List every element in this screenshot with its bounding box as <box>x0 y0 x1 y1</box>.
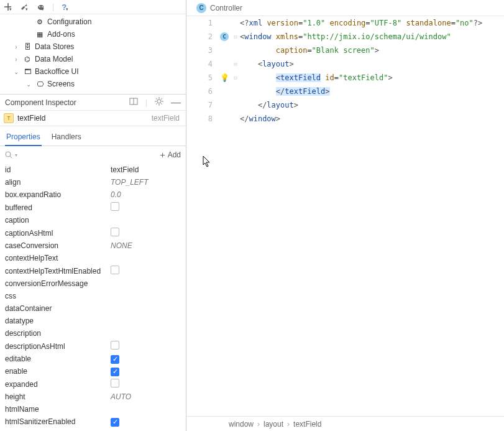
checkbox[interactable] <box>111 266 119 274</box>
add-button[interactable]: + Add <box>160 150 181 160</box>
property-name: htmlSanitizerEnabled <box>5 417 111 426</box>
controller-icon: C <box>196 3 206 13</box>
code-line-1[interactable]: <?xml version="1.0" encoding="UTF-8" sta… <box>240 16 504 30</box>
property-name: dataContainer <box>5 304 111 313</box>
inspector-tabs: PropertiesHandlers <box>0 126 186 146</box>
property-caseConversion[interactable]: caseConversionNONE <box>0 239 182 252</box>
checkbox[interactable] <box>111 355 119 364</box>
search-icon <box>5 151 12 159</box>
toolbar-divider: | <box>52 2 54 11</box>
code-line-5[interactable]: <textField id="textField"> <box>240 71 504 85</box>
tree-item-screens[interactable]: ⌄🖵Screens <box>0 78 186 90</box>
inspector-title: Component Inspector <box>5 98 76 107</box>
property-value: NONE <box>111 241 182 250</box>
property-enable[interactable]: enable <box>0 365 182 378</box>
checkbox[interactable] <box>111 379 119 387</box>
property-id[interactable]: idtextField <box>0 164 182 176</box>
property-css[interactable]: css <box>0 290 182 302</box>
tree-item-data-stores[interactable]: ›🗄Data Stores <box>0 40 186 53</box>
checkbox[interactable] <box>111 368 119 376</box>
class-marker-icon[interactable]: C <box>220 32 229 41</box>
code-line-4[interactable]: <layout> <box>240 57 504 71</box>
property-value: TOP_LEFT <box>111 178 182 187</box>
code-line-8[interactable]: </window> <box>240 112 504 126</box>
properties-list[interactable]: idtextFieldalignTOP_LEFTbox.expandRatio0… <box>0 164 186 431</box>
chevron-icon: ⌄ <box>25 80 32 88</box>
ui-icon: 🗔 <box>22 67 32 76</box>
code-line-6[interactable]: </textField> <box>240 85 504 98</box>
code-line-3[interactable]: caption="Blank screen"> <box>240 44 504 57</box>
left-panel: ▾ ▾ ▾ | ?▾ ⚙Configuration▦Add-ons›🗄Data … <box>0 0 186 431</box>
minimize-icon[interactable]: — <box>171 97 181 108</box>
component-inspector-header: Component Inspector | — <box>0 94 186 111</box>
breadcrumb-layout[interactable]: layout <box>263 420 283 429</box>
property-icon[interactable]: icon <box>0 428 182 431</box>
chevron-right-icon: › <box>287 420 290 429</box>
property-expanded[interactable]: expanded <box>0 378 182 391</box>
cfg-icon: ⚙ <box>35 17 45 27</box>
property-name: contextHelpText <box>5 254 111 262</box>
hint-bulb-icon[interactable]: 💡 <box>220 71 229 85</box>
gutter-icons: C💡 <box>218 16 231 416</box>
window-icon[interactable] <box>129 98 138 107</box>
property-box-expandRatio[interactable]: box.expandRatio0.0 <box>0 188 182 201</box>
breadcrumb-window[interactable]: window <box>229 420 254 429</box>
tree-item-add-ons[interactable]: ▦Add-ons <box>0 28 186 40</box>
property-conversionErrorMessage[interactable]: conversionErrorMessage <box>0 277 182 290</box>
chevron-icon <box>25 30 32 38</box>
plus-icon[interactable]: ▾ <box>4 2 14 12</box>
tree-label: Screens <box>47 80 75 88</box>
property-descriptionAsHtml[interactable]: descriptionAsHtml <box>0 340 182 353</box>
property-value: textField <box>111 165 182 174</box>
property-dataContainer[interactable]: dataContainer <box>0 302 182 315</box>
code-content[interactable]: <?xml version="1.0" encoding="UTF-8" sta… <box>240 16 504 416</box>
code-line-7[interactable]: </layout> <box>240 98 504 112</box>
property-contextHelpTextHtmlEnabled[interactable]: contextHelpTextHtmlEnabled <box>0 264 182 277</box>
property-editable[interactable]: editable <box>0 353 182 365</box>
dm-icon: ⌬ <box>22 54 32 64</box>
inspector-object-row[interactable]: T textField textField <box>0 111 186 126</box>
property-caption[interactable]: caption <box>0 214 182 226</box>
project-toolbar: ▾ ▾ ▾ | ?▾ <box>0 0 186 14</box>
property-contextHelpText[interactable]: contextHelpText <box>0 252 182 264</box>
property-htmlName[interactable]: htmlName <box>0 403 182 415</box>
help-icon[interactable]: ?▾ <box>60 2 70 12</box>
wrench-icon[interactable]: ▾ <box>20 2 30 12</box>
checkbox[interactable] <box>111 341 119 350</box>
checkbox[interactable] <box>111 228 119 236</box>
creature-icon[interactable]: ▾ <box>36 2 46 12</box>
checkbox[interactable] <box>111 202 119 211</box>
property-name: align <box>5 178 111 187</box>
tree-item-backoffice-ui[interactable]: ⌄🗔Backoffice UI <box>0 65 186 78</box>
property-height[interactable]: heightAUTO <box>0 391 182 403</box>
svg-line-7 <box>10 156 12 158</box>
property-datatype[interactable]: datatype <box>0 315 182 327</box>
code-line-2[interactable]: <window xmlns="http://jmix.io/schema/ui/… <box>240 30 504 44</box>
gear-icon[interactable] <box>155 97 163 108</box>
tab-controller[interactable]: C Controller <box>191 1 247 15</box>
property-name: description <box>5 329 111 338</box>
property-htmlSanitizerEnabled[interactable]: htmlSanitizerEnabled <box>0 415 182 428</box>
code-editor[interactable]: 12345678 C💡 ⊟⊟⊟ <?xml version="1.0" enco… <box>186 16 504 416</box>
tree-item-configuration[interactable]: ⚙Configuration <box>0 16 186 28</box>
tree-label: Data Model <box>35 55 73 63</box>
tree-item-data-model[interactable]: ›⌬Data Model <box>0 53 186 65</box>
property-name: expanded <box>5 380 111 389</box>
property-name: height <box>5 392 111 401</box>
property-captionAsHtml[interactable]: captionAsHtml <box>0 226 182 239</box>
breadcrumb-textField[interactable]: textField <box>293 420 321 429</box>
property-name: id <box>5 165 111 174</box>
tree-label: Data Stores <box>35 42 74 51</box>
chevron-icon <box>25 18 32 25</box>
tab-handlers[interactable]: Handlers <box>50 130 83 146</box>
search-input[interactable]: ▾ <box>5 151 17 159</box>
addon-icon: ▦ <box>35 29 45 39</box>
property-buffered[interactable]: buffered <box>0 201 182 214</box>
property-name: htmlName <box>5 405 111 414</box>
property-align[interactable]: alignTOP_LEFT <box>0 176 182 188</box>
tab-properties[interactable]: Properties <box>5 130 42 146</box>
property-description[interactable]: description <box>0 327 182 340</box>
property-name: datatype <box>5 317 111 325</box>
line-numbers: 12345678 <box>186 16 218 416</box>
checkbox[interactable] <box>111 418 119 427</box>
